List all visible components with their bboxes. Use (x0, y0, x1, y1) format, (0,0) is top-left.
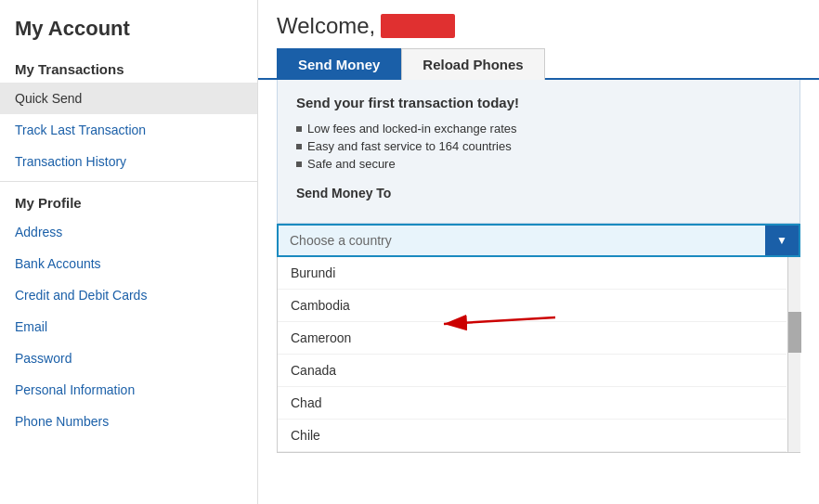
sidebar-item-track-last[interactable]: Track Last Transaction (0, 114, 257, 146)
dropdown-list: Burundi Cambodia Cameroon Canada Chad Ch… (277, 257, 800, 453)
dropdown-item-chad[interactable]: Chad (278, 387, 786, 420)
sidebar-title: My Account (0, 0, 257, 52)
sidebar-item-credit-debit[interactable]: Credit and Debit Cards (0, 279, 257, 311)
dropdown-item-burundi[interactable]: Burundi (278, 257, 786, 290)
transactions-section-label: My Transactions (0, 52, 257, 83)
promo-item-3: Safe and secure (296, 155, 781, 173)
send-money-to-label: Send Money To (296, 186, 781, 200)
country-dropdown-wrapper: Choose a country ▼ (277, 224, 800, 257)
sidebar-divider-1 (0, 181, 257, 182)
dropdown-item-chile[interactable]: Chile (278, 420, 786, 452)
sidebar-item-quick-send[interactable]: Quick Send (0, 83, 257, 114)
welcome-header: Welcome, (258, 0, 819, 48)
tab-reload-phones[interactable]: Reload Phones (401, 48, 544, 80)
promo-title: Send your first transaction today! (296, 95, 781, 110)
scrollbar-thumb[interactable] (788, 312, 801, 353)
country-select-input[interactable]: Choose a country (279, 226, 765, 255)
profile-section-label: My Profile (0, 186, 257, 216)
tab-send-money[interactable]: Send Money (277, 48, 401, 80)
sidebar-item-password[interactable]: Password (0, 342, 257, 374)
dropdown-outer: Burundi Cambodia Cameroon Canada Chad Ch… (277, 257, 800, 453)
scrollbar-track (787, 257, 800, 453)
sidebar-item-phone-numbers[interactable]: Phone Numbers (0, 406, 257, 437)
dropdown-item-canada[interactable]: Canada (278, 355, 786, 387)
promo-item-1: Low fees and locked-in exchange rates (296, 120, 781, 137)
tabs: Send Money Reload Phones (258, 48, 819, 80)
bullet-icon-2 (296, 144, 302, 149)
sidebar-item-transaction-history[interactable]: Transaction History (0, 146, 257, 177)
sidebar-item-email[interactable]: Email (0, 311, 257, 342)
promo-item-2: Easy and fast service to 164 countries (296, 137, 781, 155)
dropdown-item-cambodia[interactable]: Cambodia (278, 290, 786, 322)
bullet-icon-3 (296, 162, 302, 167)
dropdown-item-cameroon[interactable]: Cameroon (278, 322, 786, 355)
sidebar-item-address[interactable]: Address (0, 216, 257, 248)
main-content: Welcome, Send Money Reload Phones Send y… (258, 0, 819, 504)
welcome-prefix: Welcome, (277, 13, 375, 39)
country-select-row[interactable]: Choose a country ▼ (277, 224, 800, 257)
promo-list: Low fees and locked-in exchange rates Ea… (296, 120, 781, 173)
sidebar-item-bank-accounts[interactable]: Bank Accounts (0, 248, 257, 279)
country-select-arrow-icon[interactable]: ▼ (765, 226, 799, 255)
sidebar-item-personal-info[interactable]: Personal Information (0, 374, 257, 406)
bullet-icon-1 (296, 126, 302, 132)
sidebar: My Account My Transactions Quick Send Tr… (0, 0, 258, 504)
content-area: Send your first transaction today! Low f… (277, 80, 800, 224)
user-name-redacted (381, 14, 455, 38)
